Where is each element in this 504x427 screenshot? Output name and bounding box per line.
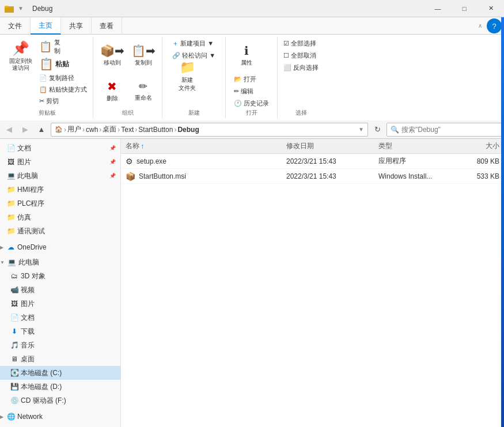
file-size-msi: 533 KB xyxy=(453,172,499,180)
file-type-msi: Windows Install... xyxy=(378,172,453,180)
sidebar-item-documents[interactable]: 📄 文档 📌 xyxy=(0,141,120,155)
sidebar-item-hmi[interactable]: 📁 HMI程序 xyxy=(0,183,120,197)
pin-to-quickaccess-button[interactable]: 📌 固定到快速访问 xyxy=(5,38,37,74)
col-header-type[interactable]: 类型 xyxy=(378,141,453,151)
tab-file[interactable]: 文件 xyxy=(0,17,31,35)
select-none-button[interactable]: ☐ 全部取消 xyxy=(281,50,319,61)
edit-button[interactable]: ✏ 编辑 xyxy=(232,86,256,97)
sidebar-item-sim[interactable]: 📁 仿真 xyxy=(0,210,120,224)
address-path[interactable]: 🏠 › 用户 › cwh › 桌面 › Text › StartButton ›… xyxy=(51,123,368,137)
maximize-button[interactable]: □ xyxy=(451,0,478,17)
properties-button[interactable]: ℹ 属性 xyxy=(232,38,262,73)
onedrive-icon: ☁ xyxy=(6,243,16,252)
sidebar-item-pictures[interactable]: 🖼 图片 📌 xyxy=(0,155,120,169)
music-icon: 🎵 xyxy=(10,341,19,350)
sidebar-item-onedrive[interactable]: ▶ ☁ OneDrive xyxy=(0,240,120,254)
sidebar: 📄 文档 📌 🖼 图片 📌 💻 此电脑 📌 📁 HMI程序 📁 PLC程序 xyxy=(0,139,121,427)
organize-label: 组织 xyxy=(93,109,162,117)
sidebar-item-drive-f[interactable]: 💿 CD 驱动器 (F:) xyxy=(0,394,120,407)
window-controls: — □ ✕ xyxy=(425,0,504,17)
back-button[interactable]: ◀ xyxy=(2,123,16,137)
address-bar: ◀ ▶ ▲ 🏠 › 用户 › cwh › 桌面 › Text › StartBu… xyxy=(0,120,504,139)
this-pc-quick-icon: 💻 xyxy=(6,171,16,180)
file-list: 名称 ↑ 修改日期 类型 大小 ⚙ setup.exe 2022/3/21 15… xyxy=(121,139,504,427)
close-button[interactable]: ✕ xyxy=(478,0,504,17)
paste-button[interactable]: 📋 粘贴 xyxy=(37,56,89,72)
col-header-name[interactable]: 名称 ↑ xyxy=(126,141,286,151)
pictures-icon: 🖼 xyxy=(6,157,16,167)
documents-icon: 📄 xyxy=(6,143,16,153)
sim-icon: 📁 xyxy=(6,213,16,222)
ribbon-tabs: 文件 主页 共享 查看 ∧ ? xyxy=(0,17,504,35)
title-bar: ▼ Debug — □ ✕ xyxy=(0,0,504,17)
forward-button[interactable]: ▶ xyxy=(18,123,32,137)
svg-rect-1 xyxy=(5,6,9,7)
new-folder-button[interactable]: 📁 新建文件夹 xyxy=(170,62,204,90)
help-button[interactable]: ? xyxy=(487,18,502,33)
download-icon: ⬇ xyxy=(10,327,19,336)
file-name-msi: 📦 StartButton.msi xyxy=(126,172,286,181)
rename-button[interactable]: ✏ 重命名 xyxy=(128,74,158,108)
sidebar-item-docs2[interactable]: 📄 文档 xyxy=(0,311,120,324)
minimize-button[interactable]: — xyxy=(425,0,451,17)
tab-view[interactable]: 查看 xyxy=(92,17,122,35)
msi-icon: 📦 xyxy=(126,172,135,181)
right-edge-inner xyxy=(501,17,504,427)
this-pc-icon: 💻 xyxy=(7,258,17,267)
new-label: 新建 xyxy=(162,109,225,117)
sidebar-item-desktop[interactable]: 🖥 桌面 xyxy=(0,352,120,366)
sidebar-item-download[interactable]: ⬇ 下载 xyxy=(0,324,120,338)
table-row[interactable]: 📦 StartButton.msi 2022/3/21 15:43 Window… xyxy=(121,169,504,184)
table-row[interactable]: ⚙ setup.exe 2022/3/21 15:43 应用程序 809 KB xyxy=(121,154,504,169)
history-button[interactable]: 🕐 历史记录 xyxy=(232,98,271,109)
copy-to-button[interactable]: 📋➡ 复制到 xyxy=(128,38,158,73)
sidebar-item-network[interactable]: ▶ 🌐 Network xyxy=(0,410,120,424)
delete-button[interactable]: ✖ 删除 xyxy=(97,74,127,108)
docs2-icon: 📄 xyxy=(10,313,19,322)
3d-icon: 🗂 xyxy=(10,271,19,281)
sidebar-item-drive-d[interactable]: 💾 本地磁盘 (D:) xyxy=(0,380,120,394)
tab-home[interactable]: 主页 xyxy=(31,17,61,35)
sidebar-item-comm[interactable]: 📁 通讯测试 xyxy=(0,224,120,238)
up-button[interactable]: ▲ xyxy=(35,123,48,137)
file-list-header: 名称 ↑ 修改日期 类型 大小 xyxy=(121,139,504,154)
open-button[interactable]: 📂 打开 xyxy=(232,74,259,85)
pin-icon-this-pc: 📌 xyxy=(109,172,116,179)
refresh-button[interactable]: ↻ xyxy=(370,123,384,137)
quick-access-icon: ▼ xyxy=(16,4,25,13)
network-label: Network xyxy=(17,413,43,421)
copy-button[interactable]: 📋 复制 xyxy=(37,38,62,55)
move-to-button[interactable]: 📦➡ 移动到 xyxy=(97,38,127,73)
drive-d-icon: 💾 xyxy=(10,382,19,391)
col-header-size[interactable]: 大小 xyxy=(453,141,499,151)
file-size-setup: 809 KB xyxy=(453,157,499,165)
sidebar-item-this-pc[interactable]: ▼ 💻 此电脑 xyxy=(0,255,120,269)
ribbon-content: 📌 固定到快速访问 📋 复制 📋 粘贴 📄 复制路径 xyxy=(0,35,504,120)
ribbon-collapse-btn[interactable]: ∧ xyxy=(478,22,482,29)
sidebar-item-this-pc-quick[interactable]: 💻 此电脑 📌 xyxy=(0,169,120,183)
copy-path-button[interactable]: 📄 复制路径 xyxy=(37,73,89,84)
col-header-date[interactable]: 修改日期 xyxy=(286,141,378,151)
invert-select-button[interactable]: ⬜ 反向选择 xyxy=(281,62,321,73)
file-name-setup: ⚙ setup.exe xyxy=(126,157,286,166)
sidebar-item-music[interactable]: 🎵 音乐 xyxy=(0,338,120,352)
search-input[interactable] xyxy=(401,126,498,134)
tab-share[interactable]: 共享 xyxy=(61,17,92,35)
folder-icon xyxy=(5,4,14,13)
sidebar-item-pics2[interactable]: 🖼 图片 xyxy=(0,297,120,311)
sidebar-item-drive-c[interactable]: 💽 本地磁盘 (C:) xyxy=(0,366,120,380)
desktop-icon: 🖥 xyxy=(10,354,19,364)
title-bar-icons: ▼ xyxy=(0,4,30,13)
sidebar-item-video[interactable]: 📹 视频 xyxy=(0,283,120,297)
select-all-button[interactable]: ☑ 全部选择 xyxy=(281,38,319,49)
search-box: 🔍 xyxy=(386,123,502,137)
paste-shortcut-button[interactable]: 📋 粘贴快捷方式 xyxy=(37,84,89,95)
sidebar-item-plc[interactable]: 📁 PLC程序 xyxy=(0,197,120,210)
new-item-button[interactable]: ＋ 新建项目 ▼ xyxy=(170,38,216,49)
pics2-icon: 🖼 xyxy=(10,299,19,308)
ribbon-group-new: ＋ 新建项目 ▼ 🔗 轻松访问 ▼ 📁 新建文件夹 新建 xyxy=(162,37,226,118)
cut-button[interactable]: ✂ 剪切 xyxy=(37,96,89,107)
sidebar-item-3d[interactable]: 🗂 3D 对象 xyxy=(0,269,120,283)
ribbon-group-clipboard: 📌 固定到快速访问 📋 复制 📋 粘贴 📄 复制路径 xyxy=(1,37,93,118)
file-date-setup: 2022/3/21 15:43 xyxy=(286,157,378,165)
